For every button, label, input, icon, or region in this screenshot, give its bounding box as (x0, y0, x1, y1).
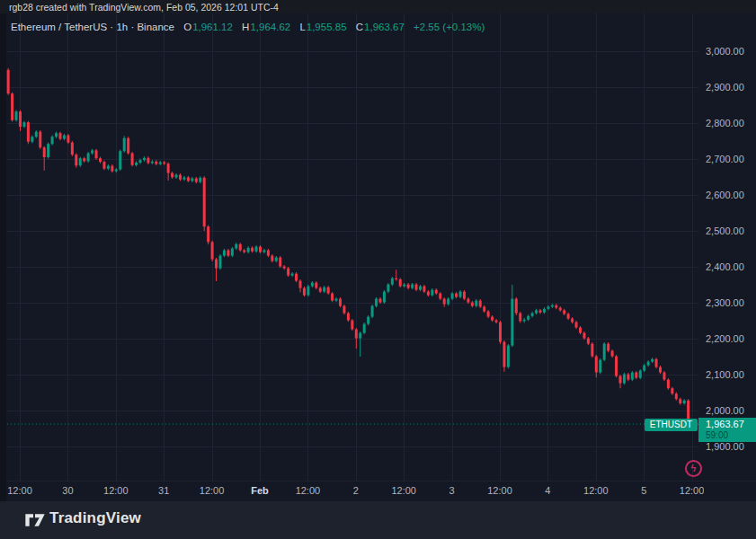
symbol-title: Ethereum / TetherUS · 1h · Binance (11, 22, 174, 32)
price-axis-label: 2,700.00 (706, 154, 744, 164)
price-axis-label: 2,100.00 (706, 369, 744, 380)
time-axis-label: 31 (158, 485, 169, 496)
candlestick-chart (0, 13, 756, 501)
attribution-text: rgb28 created with TradingView.com, Feb … (9, 1, 279, 13)
symbol-price-tag: ETHUSDT (645, 419, 698, 431)
tradingview-logo-icon[interactable] (24, 511, 46, 529)
open-value: 1,961.12 (192, 22, 233, 32)
price-axis-label: 2,900.00 (706, 82, 744, 93)
symbol-tag-text: ETHUSDT (650, 420, 692, 429)
price-axis-label: 1,900.00 (706, 441, 744, 452)
time-axis-label: 12:00 (680, 485, 704, 496)
footer-bar: TradingView (0, 501, 756, 539)
close-label: C (356, 22, 363, 32)
time-axis-label: 12:00 (7, 485, 32, 496)
time-axis-label: 12:00 (583, 485, 609, 496)
time-axis-label: 3 (449, 485, 455, 496)
high-label: H (242, 22, 249, 32)
low-label: L (299, 22, 305, 32)
time-axis-label: 12:00 (391, 485, 416, 496)
pane-left-shade (0, 13, 6, 501)
low-value: 1,955.85 (307, 22, 347, 32)
time-axis-label: 4 (545, 485, 550, 496)
last-price-value: 1,963.67 (698, 418, 756, 430)
time-axis-label: 2 (353, 485, 359, 496)
time-axis-label: 12:00 (200, 485, 225, 496)
change-value: +2.55 (+0.13%) (414, 22, 485, 32)
time-axis-label: 5 (641, 485, 646, 496)
last-price-tag: 1,963.67 59:00 (698, 418, 756, 442)
time-axis-label: 12:00 (296, 485, 321, 496)
high-value: 1,964.62 (250, 22, 290, 32)
symbol-legend: Ethereum / TetherUS · 1h · Binance O1,96… (11, 22, 485, 32)
time-axis-label: 12:00 (103, 485, 129, 496)
price-axis-label: 2,600.00 (706, 190, 744, 200)
price-axis-label: 2,300.00 (706, 297, 744, 308)
close-value: 1,963.67 (364, 22, 405, 32)
chart-pane: Ethereum / TetherUS · 1h · Binance O1,96… (0, 13, 756, 501)
tradingview-brand[interactable]: TradingView (49, 509, 141, 527)
price-axis-label: 2,200.00 (706, 333, 744, 344)
bar-countdown: 59:00 (698, 430, 756, 441)
open-label: O (183, 22, 191, 32)
tradingview-snapshot: rgb28 created with TradingView.com, Feb … (0, 0, 756, 539)
price-axis-label: 2,400.00 (706, 261, 744, 272)
price-scale[interactable]: 3,000.002,900.002,800.002,700.002,600.00… (698, 13, 756, 481)
attribution-bar: rgb28 created with TradingView.com, Feb … (0, 0, 756, 13)
price-axis-label: 3,000.00 (706, 46, 744, 57)
time-scale[interactable]: 12:003012:003112:00Feb12:00212:00312:004… (0, 481, 704, 501)
price-axis-label: 2,800.00 (706, 118, 744, 128)
price-axis-label: 2,000.00 (706, 405, 744, 416)
time-axis-label: 30 (62, 485, 73, 496)
time-axis-label: Feb (251, 485, 269, 496)
auto-refresh-icon[interactable]: ϟ (685, 460, 702, 477)
time-axis-label: 12:00 (487, 485, 512, 496)
price-axis-label: 2,500.00 (706, 225, 744, 236)
